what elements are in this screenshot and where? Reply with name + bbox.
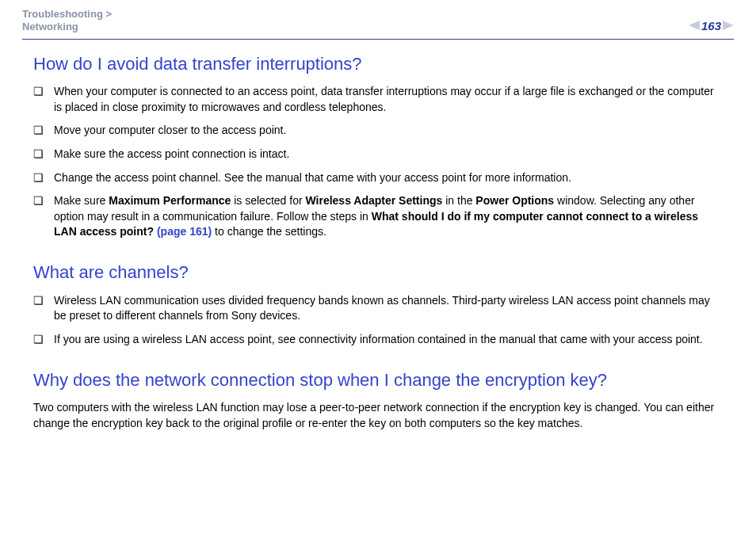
list-item-text: Move your computer closer to the access … bbox=[54, 124, 286, 136]
list-item-text-part: Make sure bbox=[54, 194, 109, 207]
list-item: Move your computer closer to the access … bbox=[33, 123, 723, 147]
list-item-text: When your computer is connected to an ac… bbox=[54, 85, 714, 113]
section1-list: When your computer is connected to an ac… bbox=[33, 84, 723, 248]
list-item-text-part: is selected for bbox=[231, 194, 305, 207]
list-item: When your computer is connected to an ac… bbox=[33, 84, 723, 123]
section2-list: Wireless LAN communication uses divided … bbox=[33, 293, 723, 356]
list-item-text-part: to change the settings. bbox=[212, 225, 326, 238]
list-item: If you are using a wireless LAN access p… bbox=[33, 332, 723, 356]
section-heading-2: What are channels? bbox=[33, 261, 723, 285]
section3-body: Two computers with the wireless LAN func… bbox=[33, 400, 723, 431]
next-page-icon[interactable] bbox=[723, 21, 734, 30]
list-item-text-part: in the bbox=[442, 194, 475, 207]
breadcrumb-line2: Networking bbox=[22, 21, 78, 32]
cross-reference-link[interactable]: (page 161) bbox=[154, 225, 212, 238]
section-heading-3: Why does the network connection stop whe… bbox=[33, 368, 723, 393]
manual-page: Troubleshooting > Networking 163 How do … bbox=[0, 0, 756, 534]
breadcrumb-line1: Troubleshooting > bbox=[22, 8, 112, 20]
page-content: How do I avoid data transfer interruptio… bbox=[22, 52, 734, 432]
list-item-text: Make sure the access point connection is… bbox=[54, 147, 289, 160]
list-item-text: Change the access point channel. See the… bbox=[54, 171, 571, 184]
bold-text: Wireless Adapter Settings bbox=[305, 194, 442, 207]
breadcrumb: Troubleshooting > Networking bbox=[22, 8, 112, 34]
header-rule bbox=[22, 39, 734, 40]
list-item: Make sure the access point connection is… bbox=[33, 147, 723, 170]
list-item: Make sure Maximum Performance is selecte… bbox=[33, 193, 723, 248]
list-item-text: Wireless LAN communication uses divided … bbox=[54, 294, 710, 322]
list-item: Change the access point channel. See the… bbox=[33, 170, 723, 194]
section-heading-1: How do I avoid data transfer interruptio… bbox=[33, 52, 723, 77]
svg-marker-1 bbox=[723, 21, 734, 30]
page-nav: 163 bbox=[689, 17, 734, 34]
bold-text: Maximum Performance bbox=[109, 194, 231, 207]
list-item: Wireless LAN communication uses divided … bbox=[33, 293, 723, 332]
page-header: Troubleshooting > Networking 163 bbox=[22, 0, 734, 39]
list-item-text: If you are using a wireless LAN access p… bbox=[54, 333, 703, 345]
prev-page-icon[interactable] bbox=[689, 21, 700, 30]
bold-text: Power Options bbox=[475, 194, 554, 207]
page-number: 163 bbox=[701, 17, 721, 34]
svg-marker-0 bbox=[689, 21, 700, 30]
